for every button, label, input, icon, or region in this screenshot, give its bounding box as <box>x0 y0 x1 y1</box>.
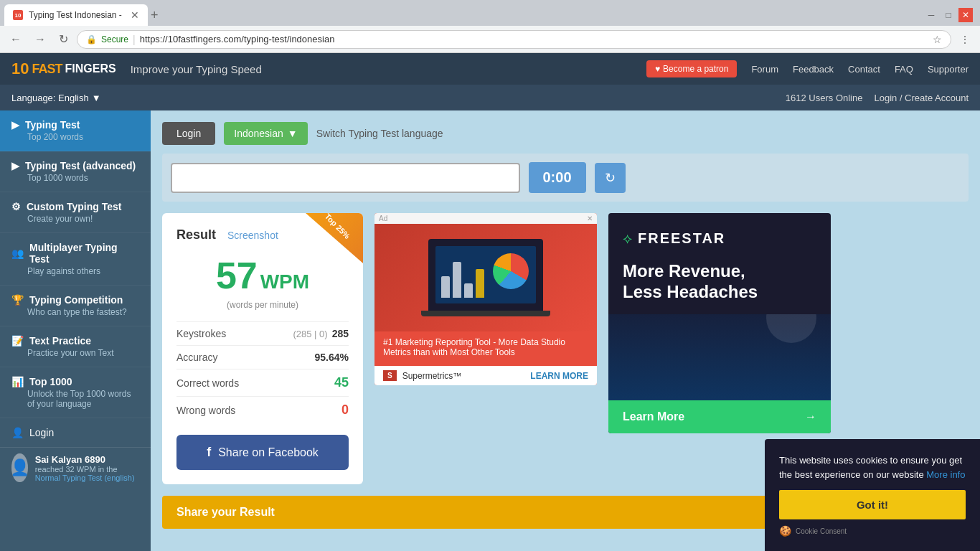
users-online-count: 1612 Users Online <box>786 93 863 103</box>
bookmark-icon[interactable]: ☆ <box>933 34 942 45</box>
logo-icon: 10 <box>11 60 29 78</box>
ad-bar-4 <box>476 269 484 298</box>
logo[interactable]: 10 FAST FINGERS <box>11 60 116 78</box>
maximize-button[interactable]: □ <box>941 8 956 22</box>
sidebar-item-typing-test-advanced[interactable]: ▶ Typing Test (advanced) Top 1000 words <box>0 151 151 192</box>
wpm-label: WPM <box>260 270 309 293</box>
sidebar-item-custom-title: ⚙ Custom Typing Test <box>11 201 139 212</box>
forum-link[interactable]: Forum <box>751 64 778 75</box>
share-title: Share your Result <box>176 506 275 518</box>
keystrokes-label: Keystrokes <box>176 328 226 339</box>
freestar-tagline-1: More Revenue, <box>623 261 816 282</box>
contact-link[interactable]: Contact <box>848 64 880 75</box>
forward-button[interactable]: → <box>30 30 50 49</box>
refresh-icon: ↻ <box>605 171 616 185</box>
cookie-accept-button[interactable]: Got it! <box>779 490 966 519</box>
toolbar-actions: ⋮ <box>956 31 974 48</box>
feedback-link[interactable]: Feedback <box>793 64 834 75</box>
language-button[interactable]: Indonesian ▼ <box>224 122 307 145</box>
wpm-display: 57 WPM <box>176 254 349 297</box>
result-header: Result Screenshot <box>176 227 349 242</box>
ad-close-button[interactable]: ✕ <box>587 215 593 222</box>
sidebar-item-multiplayer[interactable]: 👥 Multiplayer Typing Test Play against o… <box>0 233 151 286</box>
reset-button[interactable]: ↻ <box>595 163 626 193</box>
login-create-link[interactable]: Login / Create Account <box>874 93 969 103</box>
sidebar-item-multiplayer-title: 👥 Multiplayer Typing Test <box>11 242 139 265</box>
sidebar-item-typing-test-title: ▶ Typing Test <box>11 119 139 131</box>
lang-bar-right: 1612 Users Online Login / Create Account <box>786 93 969 103</box>
new-tab-button[interactable]: + <box>151 8 159 23</box>
ad-laptop-base <box>421 311 550 316</box>
ad-box-supermetrics: Ad ✕ <box>374 213 597 385</box>
security-icon: 🔒 <box>86 34 97 44</box>
facebook-share-label: Share on Facebook <box>218 446 319 459</box>
back-button[interactable]: ← <box>6 30 26 49</box>
tab-favicon: 10 <box>13 10 23 20</box>
extensions-icon[interactable]: ⋮ <box>956 31 974 48</box>
wrong-words-label: Wrong words <box>176 405 235 416</box>
sidebar-item-competition-sub: Who can type the fastest? <box>11 307 139 317</box>
freestar-learn-more-button[interactable]: Learn More → <box>608 400 831 433</box>
patron-button[interactable]: ♥ Become a patron <box>646 60 738 77</box>
cookie-footer: 🍪 Cookie Consent <box>779 525 966 537</box>
sidebar-item-text-practice[interactable]: 📝 Text Practice Practice your own Text <box>0 326 151 367</box>
typing-input[interactable] <box>171 163 520 193</box>
close-button[interactable]: ✕ <box>958 8 973 22</box>
wpm-sub: (words per minute) <box>176 300 349 310</box>
ad-pie-chart <box>493 253 529 289</box>
gear-icon: ⚙ <box>11 201 21 212</box>
language-btn-label: Indonesian <box>234 128 283 139</box>
window-controls: ─ □ ✕ <box>924 8 976 22</box>
freestar-arrow-icon: → <box>805 410 816 423</box>
sidebar-item-typing-test[interactable]: ▶ Typing Test Top 200 words <box>0 110 151 151</box>
browser-tab[interactable]: 10 Typing Test Indonesian - ✕ <box>4 4 148 26</box>
wrong-words-stat: Wrong words 0 <box>176 396 349 423</box>
ad-bar-2 <box>453 262 461 298</box>
ad-title: #1 Marketing Reporting Tool - More Data … <box>383 337 588 357</box>
switch-lang-label: Switch Typing Test language <box>316 128 443 139</box>
cookie-more-info-link[interactable]: More info <box>926 469 965 480</box>
login-button[interactable]: Login <box>162 122 215 145</box>
sidebar-item-top1000-sub: Unlock the Top 1000 words of your langua… <box>11 389 139 409</box>
keystrokes-value: 285 <box>332 328 349 339</box>
sidebar-item-top1000[interactable]: 📊 Top 1000 Unlock the Top 1000 words of … <box>0 367 151 418</box>
sidebar-item-competition[interactable]: 🏆 Typing Competition Who can type the fa… <box>0 286 151 326</box>
supporter-link[interactable]: Supporter <box>928 64 969 75</box>
freestar-icon: ⟡ <box>623 230 632 247</box>
ad-learn-more-link[interactable]: LEARN MORE <box>530 371 588 381</box>
sidebar-item-custom-typing-test[interactable]: ⚙ Custom Typing Test Create your own! <box>0 192 151 233</box>
result-label: Result <box>176 227 216 242</box>
screenshot-link[interactable]: Screenshot <box>227 230 278 241</box>
cookie-footer-text: Cookie Consent <box>796 527 847 535</box>
tab-close-button[interactable]: ✕ <box>131 9 139 21</box>
sidebar-user-activity: 👤 Sai Kalyan 6890 reached 32 WPM in the … <box>0 447 151 488</box>
patron-label: Become a patron <box>663 64 728 74</box>
freestar-ad: ⟡ FREESTAR More Revenue, Less Headaches <box>608 213 831 433</box>
typing-word-area <box>634 164 961 192</box>
nav-links: Forum Feedback Contact FAQ Supporter <box>751 64 969 75</box>
url-display[interactable]: https://10fastfingers.com/typing-test/in… <box>140 34 928 44</box>
sidebar-login-item[interactable]: 👤 Login <box>0 418 151 447</box>
accuracy-stat: Accuracy 95.64% <box>176 345 349 369</box>
freestar-circle-decoration <box>766 314 816 343</box>
language-selector[interactable]: Language: English ▼ <box>11 93 101 103</box>
faq-link[interactable]: FAQ <box>895 64 913 75</box>
sidebar: ▶ Typing Test Top 200 words ▶ Typing Tes… <box>0 110 151 551</box>
result-panel: Top 25% Result Screenshot 57 WPM (words … <box>162 213 363 484</box>
browser-refresh-button[interactable]: ↻ <box>55 29 72 49</box>
sidebar-item-typing-test-advanced-sub: Top 1000 words <box>11 173 139 183</box>
keystrokes-sub: (285 | 0) <box>293 329 327 339</box>
ad-brand-name: Supermetrics™ <box>402 371 462 381</box>
accuracy-label: Accuracy <box>176 352 218 363</box>
sidebar-item-multiplayer-sub: Play against others <box>11 266 139 276</box>
facebook-icon: f <box>207 445 211 460</box>
address-bar[interactable]: 🔒 Secure | https://10fastfingers.com/typ… <box>77 30 951 49</box>
user-info: Sai Kalyan 6890 reached 32 WPM in the No… <box>35 454 139 482</box>
freestar-logo: ⟡ FREESTAR <box>623 230 816 247</box>
user-test-link[interactable]: Normal Typing Test (english) <box>35 474 135 482</box>
sidebar-login-label: Login <box>29 427 54 438</box>
minimize-button[interactable]: ─ <box>924 8 938 22</box>
ad-text-area: #1 Marketing Reporting Tool - More Data … <box>374 331 597 366</box>
facebook-share-button[interactable]: f Share on Facebook <box>176 435 349 470</box>
sidebar-item-top1000-title: 📊 Top 1000 <box>11 376 139 387</box>
